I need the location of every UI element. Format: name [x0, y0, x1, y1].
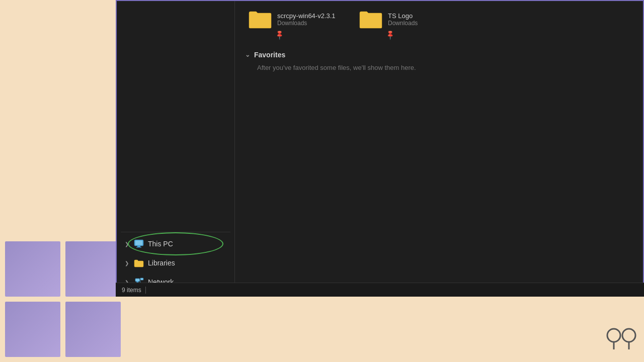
- ts-logo-folder-icon: [359, 9, 383, 29]
- favorites-section-header[interactable]: ⌄ Favorites: [245, 47, 633, 62]
- explorer-window: ❯ This PC ❯ Librar: [116, 0, 644, 297]
- folder-scrcpy[interactable]: scrcpy-win64-v2.3.1 Downloads 📌: [245, 6, 346, 42]
- this-pc-label: This PC: [148, 240, 173, 248]
- scrcpy-pin-icon: 📌: [274, 30, 285, 41]
- svg-rect-9: [136, 279, 139, 282]
- folder-ts-logo[interactable]: TS Logo Downloads 📌: [356, 6, 456, 42]
- libraries-chevron: ❯: [123, 259, 131, 267]
- main-content: scrcpy-win64-v2.3.1 Downloads 📌: [235, 1, 643, 297]
- status-bar: 9 items: [116, 283, 644, 297]
- libraries-label: Libraries: [148, 259, 175, 267]
- ts-logo-folder-location: Downloads: [388, 20, 418, 27]
- sidebar-item-this-pc[interactable]: ❯ This PC: [119, 235, 232, 253]
- svg-rect-5: [135, 241, 142, 245]
- favorites-empty-text: After you've favorited some files, we'll…: [245, 62, 633, 73]
- sidebar-divider: [121, 232, 230, 232]
- svg-rect-13: [141, 279, 143, 280]
- this-pc-chevron: ❯: [123, 240, 131, 248]
- scrcpy-folder-icon: [248, 9, 272, 29]
- ts-logo-folder-name: TS Logo: [388, 12, 418, 20]
- scrcpy-folder-name: scrcpy-win64-v2.3.1: [277, 12, 336, 20]
- libraries-icon: [134, 258, 144, 268]
- sidebar: ❯ This PC ❯ Librar: [117, 1, 235, 297]
- ts-logo-pin-icon: 📌: [384, 30, 395, 41]
- pinned-folders-row: scrcpy-win64-v2.3.1 Downloads 📌: [245, 6, 633, 42]
- sidebar-item-libraries[interactable]: ❯ Libraries: [119, 254, 232, 272]
- favorites-label: Favorites: [254, 51, 285, 59]
- svg-rect-6: [137, 246, 140, 247]
- favorites-chevron-icon: ⌄: [245, 51, 250, 58]
- scrcpy-folder-info: scrcpy-win64-v2.3.1 Downloads: [277, 12, 336, 27]
- item-count: 9 items: [122, 287, 141, 294]
- scrcpy-folder-location: Downloads: [277, 20, 336, 27]
- this-pc-icon: [134, 239, 144, 249]
- ts-logo-folder-info: TS Logo Downloads: [388, 12, 418, 27]
- status-divider: [145, 287, 146, 294]
- svg-rect-7: [136, 247, 141, 248]
